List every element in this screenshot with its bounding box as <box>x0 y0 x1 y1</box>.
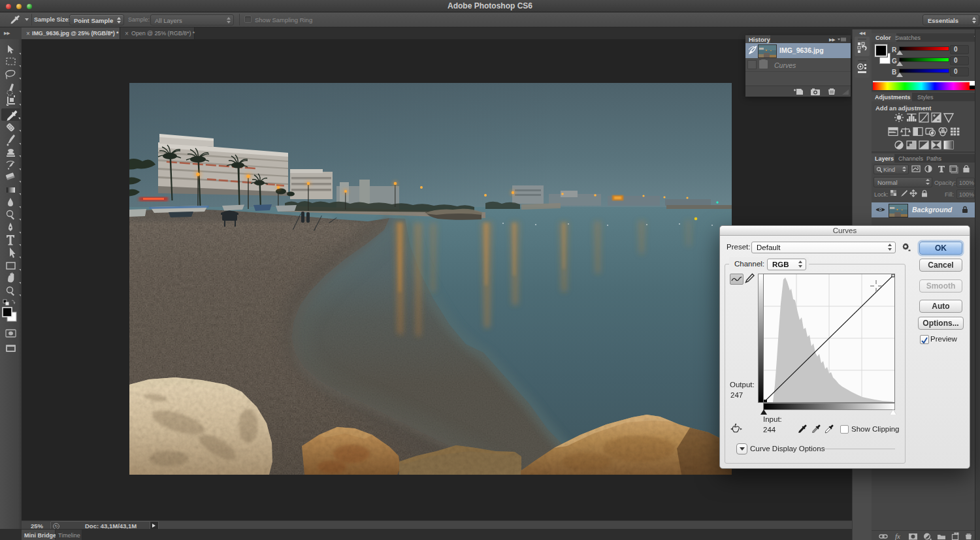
svg-text:fx: fx <box>895 532 900 540</box>
